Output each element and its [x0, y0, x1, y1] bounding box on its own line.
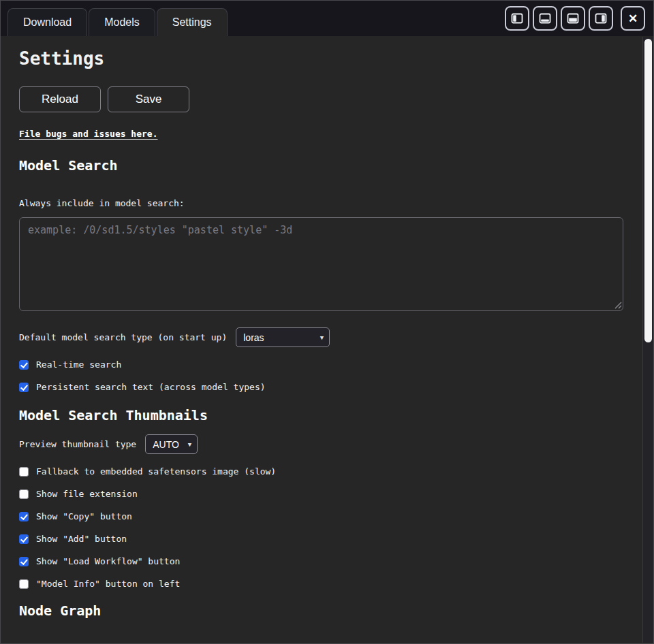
- default-search-type-row: Default model search type (on start up) …: [19, 327, 623, 347]
- show-load-workflow-button-checkbox[interactable]: [19, 557, 29, 566]
- checkbox-row-persistent-search-text[interactable]: Persistent search text (across model typ…: [19, 382, 623, 392]
- preview-thumbnail-type-select-wrap: AUTO ▼: [145, 434, 198, 454]
- tab-settings[interactable]: Settings: [157, 8, 228, 36]
- show-copy-button-checkbox[interactable]: [19, 512, 29, 521]
- toggle-left-panel-button[interactable]: [505, 6, 529, 31]
- default-search-type-select[interactable]: loras: [236, 327, 330, 347]
- checkbox-label: Show "Copy" button: [36, 511, 132, 521]
- save-button[interactable]: Save: [108, 86, 189, 112]
- checkbox-label: Show file extension: [36, 489, 138, 499]
- panel-bottom-icon: [539, 12, 551, 25]
- toggle-right-panel-button[interactable]: [589, 6, 613, 31]
- show-file-extension-checkbox[interactable]: [19, 489, 29, 499]
- checkbox-label: Real-time search: [36, 359, 121, 370]
- toggle-bottom-panel-button[interactable]: [533, 6, 557, 31]
- checkbox-row-show-load-workflow-button[interactable]: Show "Load Workflow" button: [19, 556, 623, 566]
- toggle-bottom-panel-large-button[interactable]: [561, 6, 585, 31]
- search-include-field: [19, 217, 623, 311]
- checkbox-row-model-info-button-left[interactable]: "Model Info" button on left: [19, 579, 623, 589]
- persistent-search-text-checkbox[interactable]: [19, 383, 29, 392]
- show-add-button-checkbox[interactable]: [19, 534, 29, 544]
- tab-models[interactable]: Models: [89, 8, 155, 36]
- close-button[interactable]: ✕: [621, 6, 645, 31]
- checkbox-row-show-file-extension[interactable]: Show file extension: [19, 489, 623, 499]
- realtime-search-checkbox[interactable]: [19, 360, 29, 370]
- preview-thumbnail-type-row: Preview thumbnail type AUTO ▼: [19, 434, 623, 454]
- thumbnails-heading: Model Search Thumbnails: [19, 407, 623, 423]
- checkbox-row-realtime-search[interactable]: Real-time search: [19, 359, 623, 370]
- preview-thumbnail-type-select[interactable]: AUTO: [145, 434, 198, 454]
- topbar: Download Models Settings: [1, 1, 653, 36]
- search-include-textarea[interactable]: [19, 217, 623, 311]
- close-icon: ✕: [628, 12, 638, 26]
- panel-bottom-large-icon: [567, 12, 579, 25]
- checkbox-row-show-add-button[interactable]: Show "Add" button: [19, 534, 623, 544]
- panel-right-icon: [595, 12, 607, 25]
- scrollbar-thumb[interactable]: [644, 39, 652, 342]
- tab-download[interactable]: Download: [7, 8, 87, 36]
- tab-bar: Download Models Settings: [1, 1, 228, 36]
- window-controls: ✕: [505, 1, 653, 36]
- always-include-label: Always include in model search:: [19, 198, 623, 208]
- checkbox-label: Show "Load Workflow" button: [36, 556, 180, 566]
- app-window: Download Models Settings: [0, 0, 654, 644]
- preview-thumbnail-type-label: Preview thumbnail type: [19, 439, 136, 449]
- settings-panel: Settings Reload Save File bugs and issue…: [1, 36, 642, 643]
- node-graph-heading: Node Graph: [19, 602, 623, 619]
- fallback-safetensors-checkbox[interactable]: [19, 467, 29, 477]
- file-bugs-link[interactable]: File bugs and issues here.: [19, 129, 158, 139]
- default-search-type-label: Default model search type (on start up): [19, 332, 227, 342]
- default-search-type-select-wrap: loras ▼: [236, 327, 330, 347]
- action-buttons: Reload Save: [19, 86, 623, 112]
- scrollbar[interactable]: [642, 37, 653, 643]
- checkbox-label: Show "Add" button: [36, 534, 127, 544]
- checkbox-row-fallback-safetensors[interactable]: Fallback to embedded safetensors image (…: [19, 466, 623, 477]
- checkbox-label: "Model Info" button on left: [36, 579, 180, 589]
- model-search-heading: Model Search: [19, 157, 623, 174]
- page-title: Settings: [19, 48, 623, 69]
- model-info-button-left-checkbox[interactable]: [19, 579, 29, 589]
- reload-button[interactable]: Reload: [19, 86, 101, 112]
- settings-content: Settings Reload Save File bugs and issue…: [1, 48, 642, 619]
- checkbox-label: Persistent search text (across model typ…: [36, 382, 266, 392]
- checkbox-row-show-copy-button[interactable]: Show "Copy" button: [19, 511, 623, 521]
- panel-left-icon: [511, 12, 523, 25]
- checkbox-label: Fallback to embedded safetensors image (…: [36, 466, 276, 477]
